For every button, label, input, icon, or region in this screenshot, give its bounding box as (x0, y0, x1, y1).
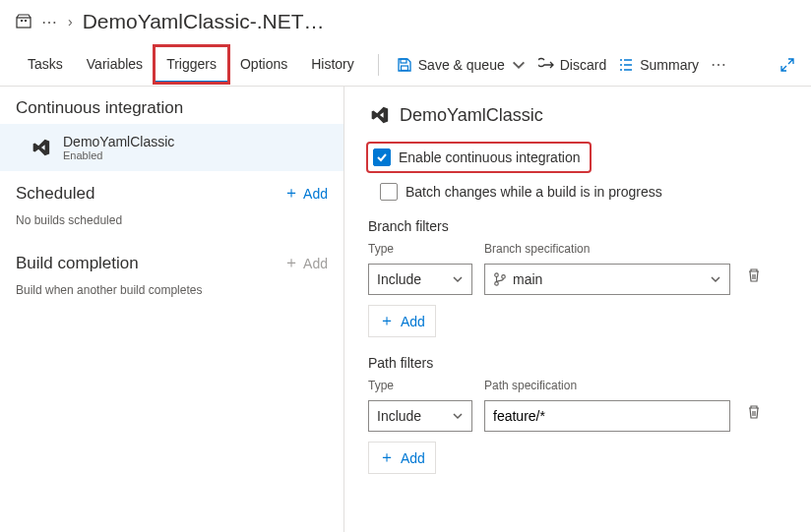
expand-icon[interactable] (780, 57, 795, 73)
branch-spec-select[interactable]: main (484, 264, 730, 295)
vs-icon (368, 104, 390, 126)
undo-icon (538, 57, 554, 73)
tabs-bar: Tasks Variables Triggers Options History… (0, 43, 811, 87)
sidebar-item-status: Enabled (63, 149, 174, 161)
svg-rect-0 (17, 18, 31, 28)
path-filter-add-button[interactable]: ＋ Add (368, 442, 436, 474)
path-spec-input-wrap (484, 400, 730, 432)
enable-ci-row: Enable continuous integration (368, 144, 590, 171)
branch-filter-add-button[interactable]: ＋ Add (368, 305, 436, 337)
content-panel: DemoYamlClassic Enable continuous integr… (344, 87, 811, 532)
chevron-down-icon (710, 273, 721, 285)
tab-history[interactable]: History (299, 46, 366, 83)
breadcrumb-ellipsis[interactable]: ⋯ (41, 13, 58, 31)
build-completion-header: Build completion ＋Add (0, 241, 343, 279)
svg-rect-1 (21, 20, 23, 22)
checkmark-icon (376, 151, 388, 163)
trash-icon[interactable] (746, 404, 762, 420)
path-filters-heading: Path filters (368, 355, 787, 371)
tab-options[interactable]: Options (228, 46, 299, 83)
build-completion-title: Build completion (16, 254, 139, 273)
chevron-down-icon (452, 410, 464, 422)
path-filter-row: Type Include Path specification (368, 379, 787, 432)
breadcrumb-title: DemoYamlClassic-.NET… (83, 10, 325, 33)
branch-spec-value: main (513, 271, 542, 287)
breadcrumb-bar: ⋯ › DemoYamlClassic-.NET… (0, 0, 811, 43)
breadcrumb-separator: › (68, 14, 73, 30)
svg-rect-4 (401, 66, 407, 71)
tab-triggers[interactable]: Triggers (155, 46, 228, 83)
list-icon (618, 57, 634, 73)
branch-filter-add-label: Add (401, 314, 425, 329)
enable-ci-label: Enable continuous integration (399, 149, 580, 165)
path-spec-label: Path specification (484, 379, 730, 392)
svg-point-7 (502, 275, 506, 279)
vs-icon (30, 137, 51, 158)
content-title: DemoYamlClassic (400, 105, 543, 126)
branch-filter-row: Type Include Branch specification main (368, 242, 787, 295)
project-icon (16, 14, 31, 30)
summary-button[interactable]: Summary (612, 53, 705, 77)
svg-point-6 (495, 282, 499, 286)
chevron-down-icon (452, 273, 464, 285)
branch-type-value: Include (377, 271, 421, 287)
chevron-down-icon (511, 57, 527, 73)
content-header: DemoYamlClassic (368, 104, 787, 126)
build-completion-add-button[interactable]: ＋Add (283, 253, 328, 273)
toolbar-more[interactable]: ⋯ (711, 55, 727, 74)
save-queue-button[interactable]: Save & queue (391, 53, 532, 77)
toolbar-separator (378, 54, 379, 76)
scheduled-add-button[interactable]: ＋Add (283, 183, 328, 204)
main-content: Continuous integration DemoYamlClassic E… (0, 87, 811, 532)
enable-ci-checkbox[interactable] (373, 148, 391, 166)
path-type-select[interactable]: Include (368, 400, 472, 432)
path-type-label: Type (368, 379, 472, 392)
path-filter-add-label: Add (401, 450, 425, 466)
save-queue-label: Save & queue (418, 57, 505, 73)
tab-tasks[interactable]: Tasks (16, 46, 75, 83)
batch-changes-row: Batch changes while a build is in progre… (380, 183, 787, 201)
svg-rect-3 (401, 59, 406, 63)
branch-type-label: Type (368, 242, 472, 256)
sidebar-item-title: DemoYamlClassic (63, 134, 174, 149)
plus-icon: ＋ (283, 183, 299, 204)
scheduled-add-label: Add (303, 186, 328, 202)
build-completion-hint: Build when another build completes (0, 279, 343, 311)
plus-icon: ＋ (379, 311, 395, 331)
branch-spec-label: Branch specification (484, 242, 730, 256)
path-type-value: Include (377, 408, 421, 424)
batch-changes-checkbox[interactable] (380, 183, 398, 201)
branch-type-select[interactable]: Include (368, 264, 472, 295)
ci-section-header: Continuous integration (0, 87, 343, 124)
trash-icon[interactable] (746, 267, 762, 283)
sidebar: Continuous integration DemoYamlClassic E… (0, 87, 344, 532)
branch-icon (493, 272, 507, 286)
tab-variables[interactable]: Variables (75, 46, 155, 83)
svg-point-5 (495, 273, 499, 277)
plus-icon: ＋ (283, 253, 299, 273)
build-completion-add-label: Add (303, 256, 328, 271)
save-icon (397, 57, 412, 73)
summary-label: Summary (640, 57, 699, 73)
batch-changes-label: Batch changes while a build is in progre… (406, 184, 662, 200)
path-spec-input[interactable] (493, 408, 721, 424)
plus-icon: ＋ (379, 447, 395, 468)
scheduled-hint: No builds scheduled (0, 209, 343, 241)
discard-label: Discard (560, 57, 606, 73)
scheduled-section-header: Scheduled ＋Add (0, 171, 343, 209)
discard-button[interactable]: Discard (532, 53, 612, 77)
sidebar-item-ci-repo[interactable]: DemoYamlClassic Enabled (0, 124, 343, 171)
branch-filters-heading: Branch filters (368, 218, 787, 234)
ci-section-title: Continuous integration (16, 98, 183, 118)
scheduled-section-title: Scheduled (16, 184, 94, 204)
svg-rect-2 (25, 20, 27, 22)
